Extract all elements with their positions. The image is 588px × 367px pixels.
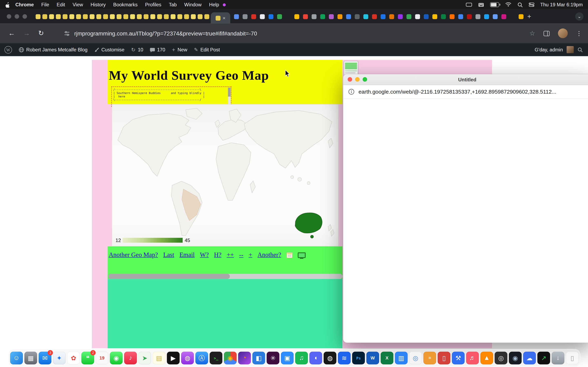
background-tab[interactable] bbox=[320, 14, 325, 19]
background-tab[interactable] bbox=[294, 14, 299, 19]
admin-bar-site-menu[interactable]: Robert James Metcalfe Blog bbox=[19, 47, 87, 53]
pinned-tab[interactable] bbox=[63, 14, 68, 19]
background-tab[interactable] bbox=[234, 14, 239, 19]
pinned-tab[interactable] bbox=[204, 14, 209, 19]
dock-icon-preview[interactable]: ◎ bbox=[409, 352, 422, 364]
dock-icon-xcode[interactable]: ⚒ bbox=[452, 352, 465, 364]
background-tab[interactable] bbox=[519, 14, 523, 19]
dock-icon-maps[interactable]: ➤ bbox=[138, 352, 151, 364]
url-text[interactable]: rjmprogramming.com.au/ITblog/?p=72374&pr… bbox=[74, 30, 257, 36]
pinned-tab[interactable] bbox=[90, 14, 95, 19]
background-tab[interactable] bbox=[406, 14, 411, 19]
pinned-tab[interactable] bbox=[144, 14, 148, 19]
dock-icon-cloud[interactable]: ☁ bbox=[523, 352, 536, 364]
textarea-scrollbar[interactable] bbox=[228, 88, 231, 106]
background-tab[interactable] bbox=[476, 14, 480, 19]
menu-item[interactable]: Window bbox=[184, 2, 201, 8]
background-tab[interactable] bbox=[311, 14, 316, 19]
background-tab[interactable] bbox=[260, 14, 265, 19]
pinned-tab[interactable] bbox=[43, 14, 47, 19]
dock-icon-vlc[interactable]: ▲ bbox=[480, 352, 493, 364]
background-tab[interactable] bbox=[398, 14, 403, 19]
earth-close-button[interactable] bbox=[348, 77, 352, 82]
dock-icon-stocks[interactable]: ↗ bbox=[537, 352, 550, 364]
pinned-tab[interactable] bbox=[177, 14, 182, 19]
earth-minimize-button[interactable] bbox=[355, 77, 360, 82]
control-center-icon[interactable] bbox=[528, 3, 534, 7]
edit-post-menu[interactable]: ✎ Edit Post bbox=[194, 47, 220, 53]
region-australia[interactable] bbox=[295, 213, 322, 238]
pinned-tab[interactable] bbox=[49, 14, 54, 19]
post-link[interactable]: H? bbox=[214, 251, 221, 259]
dock-icon-spotify[interactable]: ♫ bbox=[295, 352, 308, 364]
background-tab[interactable] bbox=[268, 14, 273, 19]
dock-icon-excel[interactable]: X bbox=[380, 352, 393, 364]
pinned-tab[interactable] bbox=[198, 14, 203, 19]
pinned-tab[interactable] bbox=[137, 14, 142, 19]
background-tab[interactable] bbox=[493, 14, 498, 19]
post-link[interactable]: Another Geo Map? bbox=[109, 251, 158, 259]
keyboard-brightness-icon[interactable] bbox=[478, 2, 484, 7]
dock-icon-obs[interactable]: ◎ bbox=[495, 352, 507, 364]
comments-menu[interactable]: 170 bbox=[150, 47, 165, 53]
dock-icon-word[interactable]: W bbox=[366, 352, 379, 364]
wifi-icon[interactable] bbox=[505, 2, 511, 7]
menu-item[interactable]: View bbox=[72, 2, 83, 8]
site-settings-icon[interactable] bbox=[64, 31, 70, 36]
background-tab[interactable] bbox=[303, 14, 308, 19]
dock-icon-mail[interactable]: ✉ 3 bbox=[39, 352, 51, 364]
dock-icon-dictionary[interactable]: ▯ bbox=[438, 352, 450, 364]
pinned-tab[interactable] bbox=[56, 14, 61, 19]
post-link[interactable]: W? bbox=[200, 251, 209, 259]
window-minimize-button[interactable] bbox=[15, 14, 19, 19]
background-tab[interactable] bbox=[380, 14, 385, 19]
pinned-tab[interactable] bbox=[96, 14, 101, 19]
menu-bar-clock[interactable]: Thu 19 Mar 6:19pm bbox=[540, 2, 583, 8]
dock-icon-steam[interactable]: ◉ bbox=[509, 352, 521, 364]
menu-item[interactable]: Bookmarks bbox=[113, 2, 138, 8]
bookmark-star-icon[interactable]: ☆ bbox=[529, 29, 535, 37]
pinned-tab[interactable] bbox=[130, 14, 135, 19]
earth-zoom-button[interactable] bbox=[363, 77, 367, 82]
dock-icon-zoom[interactable]: ▣ bbox=[281, 352, 294, 364]
dock-icon-chrome[interactable]: ◉ bbox=[224, 352, 237, 364]
dock-icon-calendar[interactable]: 19 bbox=[95, 352, 108, 364]
dock-icon-github[interactable]: ◍ bbox=[324, 352, 336, 364]
background-tab[interactable] bbox=[484, 14, 489, 19]
pinned-tab[interactable] bbox=[150, 14, 155, 19]
menu-item[interactable]: History bbox=[90, 2, 105, 8]
dock-icon-firefox[interactable]: ◔ bbox=[238, 352, 251, 364]
post-link[interactable]: ++ bbox=[227, 251, 234, 259]
background-tab[interactable] bbox=[346, 14, 351, 19]
back-button[interactable]: ← bbox=[8, 29, 15, 37]
background-tab[interactable] bbox=[329, 14, 334, 19]
updates-menu[interactable]: ↻ 10 bbox=[131, 47, 143, 53]
background-tab[interactable] bbox=[389, 14, 394, 19]
reload-button[interactable]: ↻ bbox=[38, 29, 44, 37]
post-link[interactable]: Email bbox=[180, 251, 195, 259]
dock-icon-appstore[interactable]: Ⓐ bbox=[195, 352, 208, 364]
pinned-tab[interactable] bbox=[157, 14, 162, 19]
post-link[interactable]: -- bbox=[239, 251, 243, 259]
post-link[interactable]: Last bbox=[163, 251, 174, 259]
account-greeting[interactable]: G'day, admin bbox=[535, 47, 563, 53]
dock-icon-trash[interactable]: ▯ bbox=[566, 352, 579, 364]
dock-icon-photos[interactable]: ✿ bbox=[67, 352, 80, 364]
background-tab[interactable] bbox=[372, 14, 377, 19]
side-panel-icon[interactable] bbox=[543, 31, 550, 36]
tab-search-chevron-icon[interactable]: ⌄ bbox=[575, 12, 584, 21]
background-tab[interactable] bbox=[441, 14, 446, 19]
background-tab[interactable] bbox=[415, 14, 420, 19]
dock-icon-music[interactable]: ♪ bbox=[124, 352, 137, 364]
dock-icon-discord[interactable]: ◖ bbox=[309, 352, 322, 364]
dock-icon-tv[interactable]: ▶ bbox=[167, 352, 180, 364]
untitled-earth-window[interactable]: Untitled earth.google.com/web/@-2116.197… bbox=[343, 74, 588, 343]
admin-avatar[interactable] bbox=[567, 46, 574, 53]
active-app-name[interactable]: Chrome bbox=[15, 2, 34, 8]
pinned-tab[interactable] bbox=[123, 14, 128, 19]
window-zoom-button[interactable] bbox=[22, 14, 27, 19]
ascii-textarea[interactable]: /---------------------------------------… bbox=[112, 86, 232, 107]
menu-item[interactable]: File bbox=[41, 2, 49, 8]
wordpress-logo-icon[interactable]: W bbox=[4, 46, 12, 53]
background-tab[interactable] bbox=[337, 14, 342, 19]
